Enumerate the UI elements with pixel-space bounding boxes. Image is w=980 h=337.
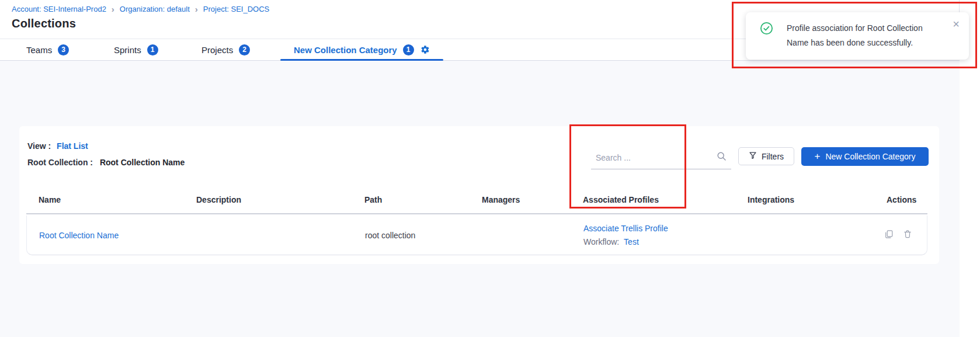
search-box (591, 150, 731, 169)
copy-icon (884, 230, 894, 241)
column-header-path: Path (352, 195, 470, 204)
toast-message: Profile association for Root Collection … (787, 21, 934, 50)
tab-projects[interactable]: Projects 2 (201, 39, 250, 60)
copy-button[interactable] (884, 230, 894, 241)
search-input[interactable] (591, 153, 717, 166)
collections-panel: View : Flat List Root Collection : Root … (19, 126, 939, 264)
tab-new-collection-category[interactable]: New Collection Category 1 (280, 39, 443, 60)
screen: Account: SEI-Internal-Prod2 › Organizati… (0, 0, 980, 337)
column-header-name: Name (26, 195, 184, 204)
tab-label: Projects (201, 45, 233, 55)
tab-label: New Collection Category (294, 45, 397, 55)
workflow-test-link[interactable]: Test (624, 237, 639, 246)
column-header-description: Description (184, 195, 352, 204)
count-badge: 3 (58, 44, 69, 55)
funnel-icon (749, 151, 757, 161)
magnifier-icon (717, 151, 727, 164)
column-header-managers: Managers (470, 195, 571, 204)
toast-message-line1: Profile association for Root Collection (787, 21, 934, 36)
table-header-row: Name Description Path Managers Associate… (26, 186, 927, 214)
gear-icon[interactable] (421, 45, 430, 54)
new-collection-category-button[interactable]: + New Collection Category (801, 147, 929, 166)
chevron-right-icon: › (112, 5, 114, 13)
column-header-actions: Actions (874, 195, 927, 204)
root-collection-name-link[interactable]: Root Collection Name (39, 231, 119, 240)
view-label: View : (27, 141, 51, 151)
new-collection-category-label: New Collection Category (825, 152, 915, 161)
trash-icon (903, 230, 912, 241)
table-row: Root Collection Name root collection Ass… (26, 216, 927, 255)
cell-path: root collection (353, 216, 470, 255)
content-background: View : Flat List Root Collection : Root … (0, 61, 960, 337)
chevron-right-icon: › (195, 5, 198, 13)
cell-description (185, 216, 353, 255)
flat-list-link[interactable]: Flat List (57, 141, 88, 151)
root-collection-value: Root Collection Name (100, 158, 185, 167)
breadcrumb-organization-link[interactable]: Organization: default (120, 5, 190, 13)
column-header-associated-profiles: Associated Profiles (571, 195, 735, 204)
close-icon[interactable]: × (953, 18, 960, 30)
tab-label: Sprints (114, 45, 141, 55)
associate-trellis-profile-link[interactable]: Associate Trellis Profile (583, 224, 668, 233)
workflow-line: Workflow: Test (583, 237, 639, 246)
cell-associated-profiles: Associate Trellis Profile Workflow: Test (571, 216, 736, 255)
cell-actions (875, 216, 928, 255)
view-selector: View : Flat List (27, 141, 88, 151)
filters-button[interactable]: Filters (738, 147, 794, 165)
breadcrumb: Account: SEI-Internal-Prod2 › Organizati… (12, 5, 269, 13)
cell-integrations (736, 216, 875, 255)
check-circle-icon (760, 22, 773, 37)
cell-name: Root Collection Name (27, 216, 185, 255)
count-badge: 1 (147, 44, 158, 55)
toast-message-line2: Name has been done successfully. (787, 36, 934, 50)
breadcrumb-project-link[interactable]: Project: SEI_DOCS (203, 5, 269, 13)
delete-button[interactable] (903, 230, 912, 241)
count-badge: 2 (239, 44, 250, 55)
success-toast: Profile association for Root Collection … (746, 12, 969, 60)
root-collection-line: Root Collection : Root Collection Name (27, 158, 185, 167)
page-title: Collections (12, 17, 76, 30)
filters-label: Filters (762, 152, 784, 161)
cell-managers (470, 216, 571, 255)
root-collection-label: Root Collection : (27, 158, 93, 167)
tab-sprints[interactable]: Sprints 1 (114, 39, 158, 60)
workflow-label: Workflow: (583, 237, 619, 246)
count-badge: 1 (403, 44, 414, 55)
plus-icon: + (814, 152, 820, 161)
breadcrumb-account-link[interactable]: Account: SEI-Internal-Prod2 (12, 5, 106, 13)
column-header-integrations: Integrations (735, 195, 874, 204)
tab-teams[interactable]: Teams 3 (26, 39, 69, 60)
tab-label: Teams (26, 45, 52, 55)
